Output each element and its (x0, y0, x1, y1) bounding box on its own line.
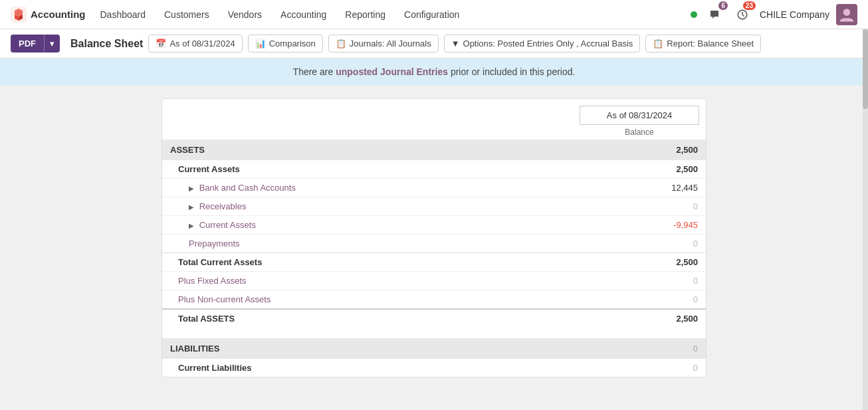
activity-badge: 23 (743, 1, 756, 10)
filter-date[interactable]: 📅 As of 08/31/2024 (148, 35, 242, 52)
messages-badge: 6 (718, 1, 728, 10)
filter-options-label: Options: Posted Entries Only , Accrual B… (463, 39, 633, 49)
chat-icon (708, 9, 720, 21)
scrollbar[interactable] (863, 29, 868, 410)
plus-fixed-label: Plus Fixed Assets (162, 272, 532, 290)
plus-fixed-value: 0 (532, 272, 706, 290)
expand-icon-current-assets: ▶ (189, 222, 194, 229)
svg-point-3 (843, 9, 851, 16)
current-liabilities-label: Current Liabilities (162, 359, 532, 377)
report-card: As of 08/31/2024 Balance ASSETS 2,500 Cu… (162, 98, 706, 377)
receivables-value: 0 (532, 197, 706, 216)
pdf-button-group: PDF ▾ (11, 35, 60, 52)
row-current-liabilities: Current Liabilities 0 (162, 359, 706, 377)
filter-report[interactable]: 📋 Report: Balance Sheet (645, 35, 761, 52)
filter-comparison[interactable]: 📊 Comparison (248, 35, 323, 52)
filter-comparison-label: Comparison (269, 39, 316, 49)
current-assets-value: 2,500 (532, 160, 706, 179)
messages-button[interactable]: 6 (704, 4, 725, 25)
plus-noncurrent-value: 0 (532, 290, 706, 310)
liabilities-value: 0 (532, 338, 706, 359)
filter-report-label: Report: Balance Sheet (667, 39, 754, 49)
journal-icon: 📋 (336, 39, 346, 49)
total-assets-value: 2,500 (532, 309, 706, 328)
bank-cash-label: ▶ Bank and Cash Accounts (162, 179, 532, 197)
main-content: As of 08/31/2024 Balance ASSETS 2,500 Cu… (0, 85, 868, 400)
total-current-assets-value: 2,500 (532, 253, 706, 272)
clock-icon (736, 9, 748, 21)
unposted-entries-link[interactable]: unposted Journal Entries (336, 66, 448, 77)
current-liabilities-value: 0 (532, 359, 706, 377)
report-table: ASSETS 2,500 Current Assets 2,500 ▶ Bank… (162, 140, 706, 377)
user-avatar[interactable] (836, 4, 857, 25)
current-assets-sub-value: -9,945 (532, 216, 706, 235)
nav-accounting[interactable]: Accounting (272, 5, 334, 24)
row-receivables[interactable]: ▶ Receivables 0 (162, 197, 706, 216)
chart-icon: 📊 (255, 39, 266, 49)
notice-text-before: There are (293, 66, 336, 77)
liabilities-label: LIABILITIES (162, 338, 532, 359)
row-current-assets-header: Current Assets 2,500 (162, 160, 706, 179)
row-total-current-assets: Total Current Assets 2,500 (162, 253, 706, 272)
bank-cash-value: 12,445 (532, 179, 706, 197)
row-plus-noncurrent-assets[interactable]: Plus Non-current Assets 0 (162, 290, 706, 310)
row-bank-cash[interactable]: ▶ Bank and Cash Accounts 12,445 (162, 179, 706, 197)
activity-button[interactable]: 23 (732, 4, 753, 25)
report-balance-label-row: Balance (162, 125, 706, 140)
app-name-label: Accounting (31, 9, 86, 20)
report-balance-label: Balance (580, 128, 699, 137)
top-nav: Accounting Dashboard Customers Vendors A… (0, 0, 868, 29)
plus-noncurrent-label: Plus Non-current Assets (162, 290, 532, 310)
nav-vendors[interactable]: Vendors (220, 5, 270, 24)
nav-reporting[interactable]: Reporting (337, 5, 393, 24)
row-prepayments[interactable]: Prepayments 0 (162, 235, 706, 253)
nav-right: 6 23 CHILE Company (691, 4, 857, 25)
filter-icon: ▼ (451, 39, 460, 49)
filter-options[interactable]: ▼ Options: Posted Entries Only , Accrual… (444, 35, 641, 52)
filter-date-label: As of 08/31/2024 (169, 39, 235, 49)
nav-logo[interactable]: Accounting (11, 7, 86, 23)
report-date-cell: As of 08/31/2024 (580, 106, 699, 125)
total-current-assets-label: Total Current Assets (162, 253, 532, 272)
notice-banner: There are unposted Journal Entries prior… (0, 58, 868, 85)
prepayments-value: 0 (532, 235, 706, 253)
expand-icon: ▶ (189, 185, 194, 192)
company-name[interactable]: CHILE Company (760, 9, 829, 20)
prepayments-label: Prepayments (162, 235, 532, 253)
filter-journals-label: Journals: All Journals (350, 39, 431, 49)
scrollbar-thumb[interactable] (863, 29, 868, 109)
odoo-logo-icon (11, 7, 27, 23)
filter-journals[interactable]: 📋 Journals: All Journals (328, 35, 439, 52)
report-date-header-row: As of 08/31/2024 (162, 99, 706, 125)
section-assets: ASSETS 2,500 (162, 140, 706, 160)
row-plus-fixed-assets[interactable]: Plus Fixed Assets 0 (162, 272, 706, 290)
current-assets-label: Current Assets (162, 160, 532, 179)
assets-value: 2,500 (532, 140, 706, 160)
receivables-label: ▶ Receivables (162, 197, 532, 216)
toolbar: PDF ▾ Balance Sheet 📅 As of 08/31/2024 📊… (0, 29, 868, 58)
report-icon: 📋 (653, 39, 663, 49)
row-total-assets: Total ASSETS 2,500 (162, 309, 706, 328)
online-status-dot (691, 11, 697, 18)
nav-dashboard[interactable]: Dashboard (92, 5, 154, 24)
expand-icon-receivables: ▶ (189, 203, 194, 211)
page-title: Balance Sheet (70, 38, 143, 50)
calendar-icon: 📅 (156, 39, 166, 49)
total-assets-label: Total ASSETS (162, 309, 532, 328)
pdf-caret-button[interactable]: ▾ (44, 35, 60, 52)
nav-customers[interactable]: Customers (156, 5, 217, 24)
current-assets-sub-label: ▶ Current Assets (162, 216, 532, 235)
spacer-row (162, 328, 706, 338)
notice-text-after: prior or included in this period. (451, 66, 576, 77)
section-liabilities: LIABILITIES 0 (162, 338, 706, 359)
page-wrapper: Accounting Dashboard Customers Vendors A… (0, 0, 868, 410)
assets-label: ASSETS (162, 140, 532, 160)
user-avatar-icon (837, 5, 856, 24)
nav-configuration[interactable]: Configuration (396, 5, 467, 24)
row-current-assets-sub[interactable]: ▶ Current Assets -9,945 (162, 216, 706, 235)
pdf-button[interactable]: PDF (11, 35, 44, 52)
